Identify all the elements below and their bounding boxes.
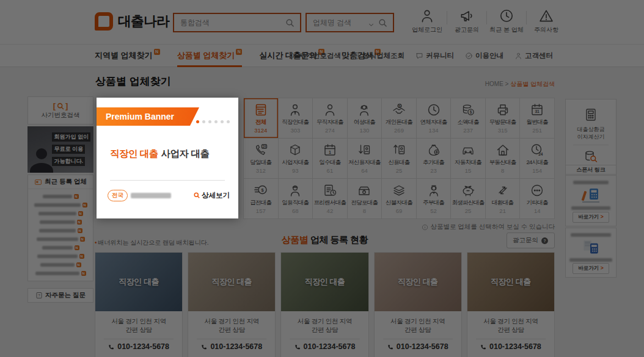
banner-pagination-dots — [196, 120, 230, 123]
masked-company-name — [131, 193, 171, 198]
page: 대출나라 업체로그인 광고문의 최근 본 업체 주의사항 지역별 업체찾기N상품… — [0, 0, 644, 357]
search-icon — [193, 192, 200, 199]
pagination-dot[interactable] — [227, 120, 230, 123]
divider — [110, 180, 225, 181]
detail-link[interactable]: 상세보기 — [193, 191, 230, 200]
banner-title: 직장인 대출사업자 대출 — [110, 148, 210, 160]
banner-footer: 전국 상세보기 — [108, 188, 230, 203]
region-badge: 전국 — [108, 190, 128, 201]
pagination-dot[interactable] — [214, 120, 218, 123]
pagination-dot[interactable] — [202, 120, 205, 123]
pagination-dot[interactable] — [221, 120, 224, 123]
premium-banner-ribbon: Premium Banner — [97, 107, 199, 126]
pagination-dot[interactable] — [196, 120, 199, 123]
premium-banner[interactable]: Premium Banner 직장인 대출사업자 대출 전국 상세보기 — [97, 98, 238, 218]
pagination-dot[interactable] — [208, 120, 211, 123]
